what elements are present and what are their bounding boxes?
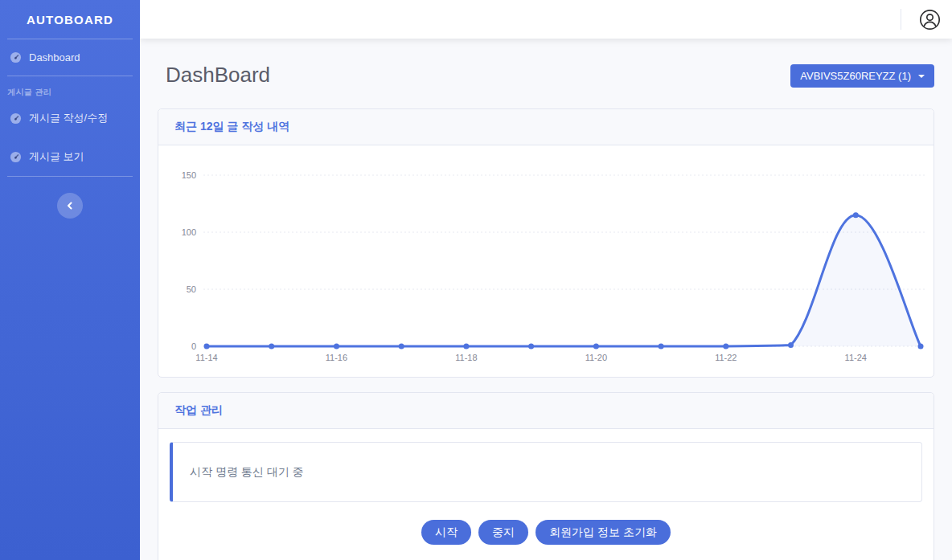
svg-text:50: 50 (187, 284, 196, 294)
svg-text:100: 100 (182, 227, 196, 237)
svg-text:11-20: 11-20 (585, 353, 607, 362)
sidebar-collapse-button[interactable] (57, 193, 83, 219)
sidebar-item-label: 게시글 작성/수정 (29, 111, 108, 125)
account-dropdown-button[interactable]: AVBIVS5Z60REYZZ (1) (790, 64, 934, 88)
card-title: 작업 관리 (158, 393, 934, 429)
sidebar-item-label: Dashboard (29, 51, 80, 63)
sidebar-section-heading: 게시글 관리 (0, 76, 140, 99)
svg-text:11-22: 11-22 (715, 353, 737, 362)
reset-signup-info-button[interactable]: 회원가입 정보 초기화 (536, 520, 671, 545)
start-button[interactable]: 시작 (421, 520, 471, 545)
status-alert: 시작 명령 통신 대기 중 (170, 442, 922, 502)
svg-text:150: 150 (182, 170, 196, 180)
svg-text:11-16: 11-16 (326, 353, 347, 362)
user-menu-button[interactable] (919, 9, 941, 31)
status-alert-text: 시작 명령 통신 대기 중 (190, 465, 304, 480)
svg-text:11-14: 11-14 (195, 353, 217, 362)
sidebar: AUTOBOARD Dashboard 게시글 관리 게시글 작성/수정 게시글… (0, 0, 140, 560)
sidebar-item-label: 게시글 보기 (29, 149, 84, 164)
tachometer-icon (10, 51, 22, 63)
recent-posts-line-chart: 05010015011-1411-1611-1811-2011-2211-24 (171, 157, 937, 375)
main-content: DashBoard AVBIVS5Z60REYZZ (1) 최근 12일 글 작… (140, 39, 952, 560)
divider (901, 9, 901, 30)
sidebar-item-dashboard[interactable]: Dashboard (0, 39, 140, 76)
sidebar-item-post-edit[interactable]: 게시글 작성/수정 (0, 99, 140, 137)
sidebar-item-post-view[interactable]: 게시글 보기 (0, 137, 140, 176)
user-circle-icon (919, 9, 941, 31)
job-management-card: 작업 관리 시작 명령 통신 대기 중 시작 중지 회원가입 정보 초기화 (158, 392, 934, 560)
svg-text:11-18: 11-18 (455, 353, 477, 362)
account-dropdown-label: AVBIVS5Z60REYZZ (1) (800, 70, 911, 82)
svg-text:0: 0 (191, 341, 196, 351)
caret-down-icon (918, 75, 925, 78)
topbar (140, 0, 952, 39)
brand-title[interactable]: AUTOBOARD (0, 0, 140, 39)
card-title: 최근 12일 글 작성 내역 (158, 109, 934, 145)
recent-posts-card: 최근 12일 글 작성 내역 05010015011-1411-1611-181… (158, 108, 934, 378)
tachometer-icon (10, 151, 22, 163)
divider (7, 176, 133, 177)
page-title: DashBoard (158, 63, 270, 88)
tachometer-icon (10, 112, 22, 125)
chevron-left-icon (66, 202, 74, 210)
stop-button[interactable]: 중지 (478, 520, 528, 545)
svg-text:11-24: 11-24 (845, 353, 867, 362)
